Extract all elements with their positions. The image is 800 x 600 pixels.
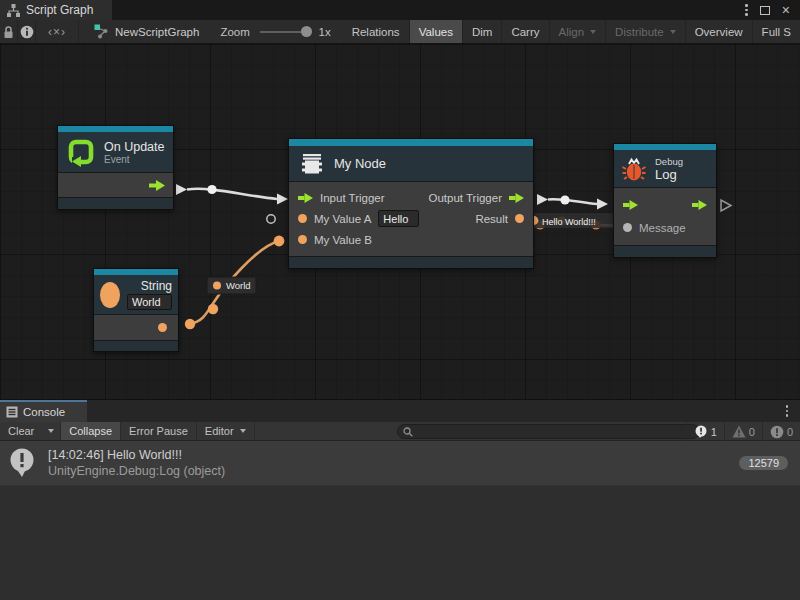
tab-console-label: Console <box>23 406 65 418</box>
value-input-port[interactable] <box>623 223 632 232</box>
zoom-slider[interactable] <box>260 31 312 33</box>
graph-toolbar: ‹×› NewScriptGraph Zoom 1x Relations Val… <box>0 20 800 44</box>
chevron-down-icon <box>48 429 54 433</box>
trigger-input-port[interactable] <box>623 200 638 210</box>
info-icon <box>20 25 34 39</box>
values-button[interactable]: Values <box>410 20 463 43</box>
node-title: String <box>141 279 172 293</box>
loop-event-icon <box>66 137 96 167</box>
search-icon <box>403 427 413 437</box>
unity-visual-scripting-window: Script Graph × ‹×› <box>0 0 800 600</box>
node-title: On Update <box>104 140 164 154</box>
log-stacktrace: UnityEngine.Debug:Log (object) <box>48 464 225 478</box>
console-panel: Console Clear Collapse Error Pause Edito… <box>0 400 800 600</box>
error-pause-button[interactable]: Error Pause <box>121 422 197 440</box>
tab-script-graph[interactable]: Script Graph <box>0 0 112 20</box>
close-icon[interactable]: × <box>782 5 790 15</box>
tab-console[interactable]: Console <box>0 400 87 422</box>
distribute-button[interactable]: Distribute <box>606 20 686 43</box>
node-title: Log <box>655 167 683 182</box>
error-filter-toggle[interactable]: 0 <box>762 422 800 441</box>
maximize-icon[interactable] <box>760 6 770 15</box>
dim-button[interactable]: Dim <box>463 20 502 43</box>
collapse-button[interactable]: Collapse <box>61 422 121 440</box>
node-category: Debug <box>655 156 683 167</box>
string-value-field[interactable] <box>127 294 172 310</box>
value-output-port[interactable] <box>515 214 524 223</box>
node-debug-log[interactable]: Debug Log Message <box>613 143 717 258</box>
trigger-output-port[interactable] <box>692 200 707 210</box>
overview-button[interactable]: Overview <box>686 20 753 43</box>
zoom-label: Zoom <box>220 26 249 38</box>
string-literal-icon <box>100 282 120 308</box>
node-subtitle: Event <box>104 154 164 165</box>
console-icon <box>6 406 18 418</box>
titlebar: Script Graph × <box>0 0 800 20</box>
node-my-node[interactable]: My Node Input Trigger Output Trigger <box>288 138 534 269</box>
port-label: My Value B <box>314 234 372 246</box>
graph-asset[interactable]: NewScriptGraph <box>94 24 199 39</box>
value-input-port[interactable] <box>298 214 307 223</box>
svg-text:World: World <box>226 280 251 291</box>
warning-triangle-icon <box>732 425 746 438</box>
zoom-slider-knob[interactable] <box>301 26 312 37</box>
next-connection-triangle <box>721 200 731 211</box>
info-filter-toggle[interactable]: 1 <box>686 422 724 441</box>
zoom-value: 1x <box>319 26 331 38</box>
wire-onupdate-to-mynode[interactable] <box>176 184 288 205</box>
carry-button[interactable]: Carry <box>502 20 549 43</box>
warning-filter-toggle[interactable]: 0 <box>724 422 762 441</box>
value-output-port[interactable] <box>158 323 167 332</box>
chevron-down-icon <box>670 30 676 34</box>
trigger-output-port[interactable] <box>509 193 524 203</box>
window-menu-icon[interactable] <box>745 4 748 16</box>
graph-asset-name: NewScriptGraph <box>115 26 199 38</box>
error-count: 0 <box>787 426 793 438</box>
log-message: [14:02:46] Hello World!!! <box>48 448 225 462</box>
tab-script-graph-label: Script Graph <box>26 3 93 17</box>
graph-canvas[interactable]: World Hello World!!! <box>0 44 800 400</box>
node-string[interactable]: String <box>93 268 179 352</box>
editor-dropdown-button[interactable]: Editor <box>197 422 255 440</box>
clear-button[interactable]: Clear <box>0 422 42 440</box>
fullscreen-button[interactable]: Full S <box>753 20 800 43</box>
info-button[interactable] <box>18 20 36 43</box>
log-entry-row[interactable]: [14:02:46] Hello World!!! UnityEngine.De… <box>0 441 800 486</box>
console-search[interactable] <box>397 424 700 439</box>
value-input-port[interactable] <box>298 235 307 244</box>
trigger-input-port[interactable] <box>298 193 313 203</box>
svg-text:Hello World!!!: Hello World!!! <box>542 217 596 227</box>
info-count: 1 <box>711 426 717 438</box>
node-on-update[interactable]: On Update Event <box>57 125 174 210</box>
lock-icon <box>2 25 15 39</box>
console-menu-icon[interactable] <box>786 405 789 417</box>
port-label: Message <box>639 222 686 234</box>
wire-value-badge-hello: Hello World!!! <box>526 213 614 228</box>
bug-icon <box>621 156 647 182</box>
collapse-count-badge: 12579 <box>739 456 788 470</box>
value-a-field[interactable] <box>378 210 419 227</box>
error-circle-icon <box>770 425 784 439</box>
chevron-down-icon <box>590 30 596 34</box>
unit-machine-icon <box>299 151 325 177</box>
warning-count: 0 <box>749 426 755 438</box>
node-title: My Node <box>334 156 386 171</box>
console-search-input[interactable] <box>413 426 694 438</box>
edit-source-button[interactable]: ‹×› <box>36 20 79 43</box>
clear-dropdown-button[interactable] <box>42 422 61 440</box>
wire-value-badge-world: World <box>207 277 256 294</box>
relations-button[interactable]: Relations <box>343 20 410 43</box>
log-info-bubble-icon <box>8 448 36 478</box>
port-label: Output Trigger <box>428 192 502 204</box>
unconnected-port-circle <box>267 215 275 223</box>
chevron-down-icon <box>240 429 246 433</box>
trigger-output-port[interactable] <box>149 180 165 191</box>
graph-asset-icon <box>94 24 109 39</box>
wire-string-to-myvalueb[interactable] <box>185 236 285 330</box>
port-label: Input Trigger <box>320 192 385 204</box>
port-label: My Value A <box>314 213 371 225</box>
align-button[interactable]: Align <box>550 20 607 43</box>
script-graph-icon <box>7 4 20 17</box>
wire-mynode-to-debug[interactable] <box>537 194 608 210</box>
lock-button[interactable] <box>0 20 18 43</box>
